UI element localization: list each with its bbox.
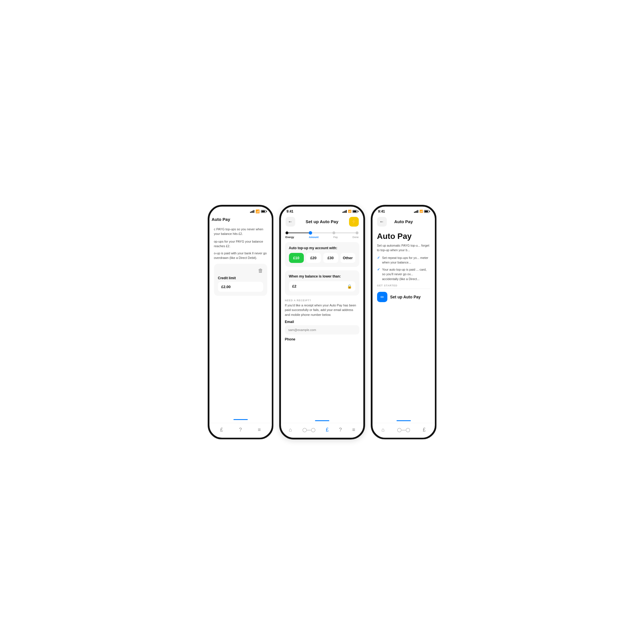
nav-title-center: Set up Auto Pay <box>306 219 338 224</box>
status-icons-center: 📶 <box>342 210 358 213</box>
trash-icon[interactable]: 🗑 <box>258 268 263 274</box>
nav-home-center[interactable]: ⌂ <box>289 427 292 433</box>
bottom-nav-right: ⌂ ◯—◯ £ <box>372 423 435 438</box>
nav-pay-right[interactable]: £ <box>423 427 426 433</box>
nav-header-center: ← Set up Auto Pay ⚡ <box>281 215 363 229</box>
step-dot-pay <box>332 231 335 234</box>
left-description-2: op-ups for your PAYG your balance reache… <box>214 239 267 249</box>
amount-btn-20[interactable]: £20 <box>306 253 321 263</box>
credit-section: 🗑 Credit limit £2.00 <box>214 264 267 296</box>
action-button-center[interactable]: ⚡ <box>349 217 359 227</box>
right-content: Auto Pay Set up automatic PAYG top-u... … <box>372 229 435 420</box>
check-item-2: ✓ Your auto top-up is paid ... card, so … <box>377 267 430 282</box>
wifi-icon: 📶 <box>348 210 351 213</box>
auto-pay-description: Set up automatic PAYG top-u... forget to… <box>377 243 430 253</box>
check-text-2: Your auto top-up is paid ... card, so yo… <box>382 267 430 282</box>
balance-input-row: £2 🔒 <box>289 281 355 292</box>
credit-limit-value: £2.00 <box>218 282 263 292</box>
nav-usage-center[interactable]: ◯—◯ <box>302 427 316 432</box>
receipt-section: NEED A RECEIPT? If you'd like a receipt … <box>285 299 359 342</box>
nav-home-right[interactable]: ⌂ <box>381 427 385 433</box>
auto-pay-icon: ∞ <box>377 292 387 302</box>
nav-menu-center[interactable]: ≡ <box>352 427 355 433</box>
home-icon-center: ⌂ <box>289 427 292 433</box>
menu-icon-center: ≡ <box>352 427 355 433</box>
topup-card-title: Auto top-up my account with: <box>289 246 355 250</box>
time-right: 9:41 <box>378 209 385 213</box>
bottom-nav-left: £ ? ≡ <box>209 423 272 438</box>
usage-icon-right: ◯—◯ <box>397 427 410 432</box>
right-phone: 9:41 📶 ← Auto Pay Auto Pay Set up automa… <box>371 205 437 439</box>
receipt-label: NEED A RECEIPT? <box>285 299 359 302</box>
progress-line-3 <box>335 233 356 233</box>
nav-pay-center[interactable]: £ <box>326 427 329 433</box>
lightning-icon: ⚡ <box>351 219 357 224</box>
back-button-right[interactable]: ← <box>377 217 387 227</box>
signal-icon <box>342 210 347 213</box>
usage-icon-center: ◯—◯ <box>302 427 316 432</box>
step-label-energy: Energy <box>286 236 294 239</box>
check-text-1: Set repeat top-ups for yo... meter when … <box>382 255 430 265</box>
left-description-1: c PAYG top-ups so you never when your ba… <box>214 227 267 236</box>
topup-card: Auto top-up my account with: £10 £20 £30… <box>285 242 359 267</box>
center-phone: 9:41 📶 ← Set up Auto Pay ⚡ <box>279 205 365 439</box>
status-bar-center: 9:41 📶 <box>281 207 363 215</box>
pay-icon: £ <box>220 427 223 433</box>
step-dot-done <box>356 231 358 234</box>
progress-line-2 <box>312 233 332 233</box>
nav-help-center[interactable]: ? <box>339 427 342 433</box>
home-icon-right: ⌂ <box>381 427 385 433</box>
status-icons-right: 📶 <box>414 210 429 213</box>
amount-btn-30[interactable]: £30 <box>323 253 338 263</box>
receipt-text: If you'd like a receipt when your Auto P… <box>285 303 359 317</box>
step-dot-energy <box>286 231 288 234</box>
balance-value: £2 <box>292 284 296 288</box>
nav-item-pay[interactable]: £ <box>220 427 223 433</box>
back-button-center[interactable]: ← <box>286 217 295 227</box>
battery-icon <box>352 210 358 213</box>
time-center: 9:41 <box>287 209 294 213</box>
nav-title-right: Auto Pay <box>394 219 413 224</box>
pay-icon-center: £ <box>326 427 329 433</box>
progress-section: Energy Amount Pay Done <box>281 229 363 242</box>
step-label-pay: Pay <box>333 236 338 239</box>
step-label-done: Done <box>352 236 359 239</box>
wifi-icon-right: 📶 <box>419 210 423 213</box>
menu-icon: ≡ <box>258 427 261 433</box>
auto-pay-heading: Auto Pay <box>377 232 430 241</box>
credit-limit-label: Credit limit <box>218 276 263 280</box>
nav-item-help[interactable]: ? <box>239 427 242 433</box>
left-description-3: o-up is paid with your bank ll never go … <box>214 251 267 260</box>
status-bar-right: 9:41 📶 <box>372 207 435 215</box>
email-input[interactable] <box>285 325 359 334</box>
divider <box>377 289 430 289</box>
setup-btn-label: Set up Auto Pay <box>390 295 421 299</box>
lock-icon: 🔒 <box>347 284 352 289</box>
step-label-amount: Amount <box>309 236 319 239</box>
battery-icon-right <box>424 210 429 213</box>
nav-item-menu[interactable]: ≡ <box>258 427 261 433</box>
phone-label: Phone <box>285 337 359 341</box>
amount-options: £10 £20 £30 Other <box>289 253 355 263</box>
email-label: Email <box>285 320 359 324</box>
pay-icon-right: £ <box>423 427 426 433</box>
balance-card-title: When my balance is lower than: <box>289 274 355 278</box>
check-icon-2: ✓ <box>377 267 380 272</box>
help-icon: ? <box>239 427 242 433</box>
check-icon-1: ✓ <box>377 256 380 260</box>
help-icon-center: ? <box>339 427 342 433</box>
signal-icon-right <box>414 210 418 213</box>
amount-btn-10[interactable]: £10 <box>289 253 304 263</box>
amount-btn-other[interactable]: Other <box>340 253 355 263</box>
balance-card: When my balance is lower than: £2 🔒 <box>285 270 359 296</box>
setup-auto-pay-button[interactable]: ∞ Set up Auto Pay <box>377 292 430 302</box>
nav-usage-right[interactable]: ◯—◯ <box>397 427 410 432</box>
nav-header-right: ← Auto Pay <box>372 215 435 229</box>
page-title-left: Auto Pay <box>212 217 230 222</box>
progress-line-1 <box>288 233 309 233</box>
step-dot-amount <box>309 231 312 235</box>
bottom-nav-center: ⌂ ◯—◯ £ ? ≡ <box>281 423 363 438</box>
check-item-1: ✓ Set repeat top-ups for yo... meter whe… <box>377 255 430 265</box>
get-started-label: GET STARTED <box>377 284 430 287</box>
